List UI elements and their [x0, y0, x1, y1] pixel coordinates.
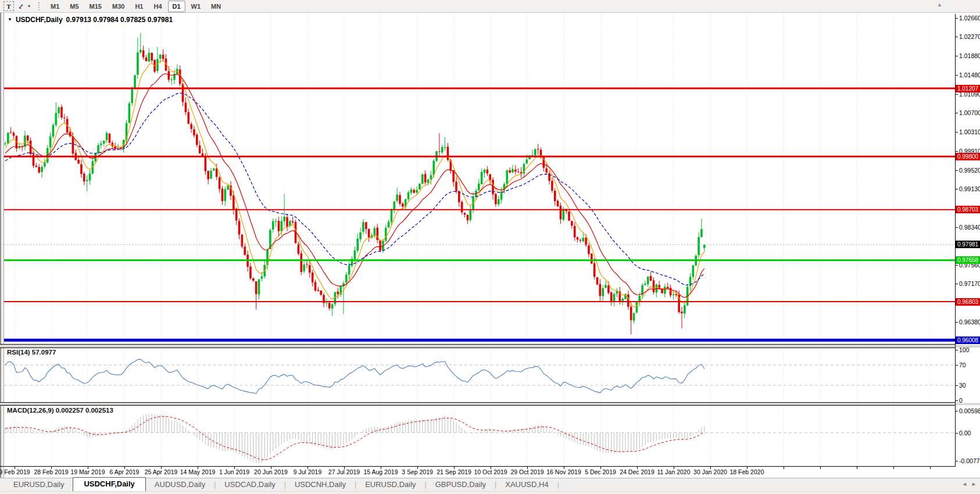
timeframe-button-m30[interactable]: M30	[108, 1, 129, 12]
rsi-axis-label: 100	[959, 346, 980, 353]
chart-symbol-label: USDCHF,Daily	[16, 16, 63, 24]
rsi-axis-label: 70	[959, 361, 980, 368]
date-axis-label: 6 Apr 2019	[110, 468, 140, 475]
date-axis-label: 19 Mar 2019	[71, 468, 105, 475]
arrows-icon	[17, 2, 27, 10]
drawing-tool-button[interactable]: ▾	[15, 1, 33, 11]
date-axis-label: 21 Sep 2019	[437, 468, 471, 475]
macd-axis-tick	[955, 433, 958, 434]
rsi-axis-label: 30	[959, 382, 980, 389]
timeframe-button-w1[interactable]: W1	[187, 1, 206, 12]
price-axis-label: 0.96380	[959, 318, 980, 325]
price-level-badge: 0.99800	[956, 153, 980, 160]
price-axis-label: 0.99130	[959, 185, 980, 192]
chart-tab-usdchf-1[interactable]: USDCHF,Daily	[73, 477, 145, 491]
price-axis-label: 0.98340	[959, 224, 980, 231]
window-left-frame	[0, 13, 4, 492]
macd-axis-label: -0.007737	[959, 457, 980, 464]
price-level-badge: 0.96803	[956, 298, 980, 306]
date-axis-label: 3 Sep 2019	[402, 468, 433, 475]
price-level-badge: 0.96008	[956, 337, 980, 344]
date-axis-border	[0, 466, 956, 467]
macd-axis-label: 0.00	[959, 429, 980, 436]
price-axis-tick	[955, 265, 958, 266]
date-axis-label: 10 Oct 2019	[474, 468, 507, 475]
chart-tab-usdcad-3[interactable]: USDCAD,Daily	[216, 478, 284, 491]
mt4-application-window: T ▾ M1M5M15M30H1H4D1W1MN ▲ ▼ USDCHF,Dail…	[0, 0, 980, 494]
chart-tab-gbpusd-6[interactable]: GBPUSD,Daily	[427, 478, 495, 491]
date-axis-label: 29 Oct 2019	[510, 468, 543, 475]
date-axis-label: 28 Feb 2019	[34, 468, 69, 475]
date-axis-label: 27 Jul 2019	[328, 468, 360, 475]
date-axis-label: 1 Jun 2019	[219, 468, 249, 475]
rsi-indicator-panel[interactable]	[4, 348, 955, 402]
price-level-badge: 0.98703	[956, 206, 980, 213]
chart-tab-xauusd-7[interactable]: XAUUSD,H4	[496, 478, 557, 491]
date-axis-label: 11 Jan 2020	[657, 468, 690, 475]
rsi-label: RSI(14) 57.0977	[7, 349, 56, 356]
date-axis-label: 15 Aug 2019	[364, 468, 398, 475]
macd-panel-top-border	[0, 405, 956, 406]
price-level-badge: 1.01207	[956, 85, 980, 92]
date-axis-label: 9 Feb 2019	[0, 468, 30, 475]
date-axis-label: 25 Apr 2019	[145, 468, 178, 475]
rsi-axis-tick	[955, 365, 958, 366]
macd-axis-tick	[955, 411, 958, 411]
chart-tab-usdcnh-4[interactable]: USDCNH,Daily	[286, 478, 355, 491]
rsi-axis-label: 0	[959, 397, 980, 404]
price-axis-tick	[955, 94, 958, 95]
price-axis-label: 1.00310	[959, 128, 980, 135]
price-axis-tick	[955, 284, 958, 284]
price-axis-tick	[955, 227, 958, 228]
date-axis-label: 24 Dec 2019	[620, 468, 654, 475]
timeframe-button-h4[interactable]: H4	[149, 1, 166, 12]
date-axis-tick	[857, 467, 857, 469]
macd-label: MACD(12,26,9) 0.002257 0.002513	[7, 407, 113, 414]
date-axis-label: 16 Nov 2019	[546, 468, 581, 475]
date-axis-tick	[930, 467, 931, 469]
price-axis-tick	[955, 322, 958, 323]
rsi-axis-tick	[955, 400, 958, 401]
toolbar-drag-handle[interactable]	[38, 2, 41, 10]
timeframe-button-d1[interactable]: D1	[168, 1, 185, 12]
tab-scroll-right-icon[interactable]: ►	[971, 481, 977, 487]
chart-title: ▼ USDCHF,Daily 0.97913 0.97984 0.97825 0…	[8, 16, 173, 24]
toolbar-overflow-icon[interactable]: ▲	[937, 2, 942, 8]
timeframe-button-m1[interactable]: M1	[46, 1, 64, 12]
rsi-axis-tick	[955, 350, 958, 350]
date-axis-label: 9 Jul 2019	[294, 468, 321, 475]
status-strip	[0, 491, 980, 494]
price-axis-tick	[955, 189, 958, 189]
timeframe-button-m15[interactable]: M15	[85, 1, 106, 12]
date-axis-tick	[820, 467, 821, 469]
date-axis-label: 14 May 2019	[180, 468, 216, 475]
macd-indicator-panel[interactable]	[4, 405, 955, 466]
chart-tab-audusd-2[interactable]: AUDUSD,Daily	[146, 478, 214, 491]
timeframe-button-h1[interactable]: H1	[130, 1, 148, 12]
price-axis-label: 1.01880	[959, 52, 980, 59]
chart-tab-bar: EURUSD,DailyUSDCHF,DailyAUDUSD,Daily|USD…	[0, 478, 980, 491]
price-axis-label: 1.02660	[959, 15, 980, 22]
price-axis-tick	[955, 37, 958, 37]
tab-separator: |	[557, 481, 559, 491]
price-axis-label: 1.00700	[959, 109, 980, 116]
price-axis-label: 1.02270	[959, 33, 980, 40]
price-axis-tick	[955, 113, 958, 113]
date-axis-label: 30 Jan 2020	[693, 468, 727, 475]
main-price-chart[interactable]	[4, 14, 955, 344]
price-axis-tick	[955, 56, 958, 56]
price-axis-tick	[955, 132, 958, 133]
macd-axis-label: 0.005986	[959, 407, 980, 414]
text-tool-button[interactable]: T	[3, 1, 14, 11]
timeframe-button-mn[interactable]: MN	[206, 1, 226, 12]
chart-tab-eurusd-5[interactable]: EURUSD,Daily	[356, 478, 424, 491]
tab-scroll-left-icon[interactable]: ◄	[962, 481, 967, 487]
date-axis-tick	[784, 467, 784, 469]
price-axis-label: 1.01480	[959, 71, 980, 78]
timeframe-button-m5[interactable]: M5	[65, 1, 83, 12]
chevron-down-icon: ▾	[28, 3, 30, 9]
symbol-dropdown-icon[interactable]: ▼	[8, 17, 12, 22]
price-axis-tick	[955, 151, 958, 152]
price-axis-tick	[955, 18, 958, 19]
chart-tab-eurusd-0[interactable]: EURUSD,Daily	[5, 478, 73, 491]
